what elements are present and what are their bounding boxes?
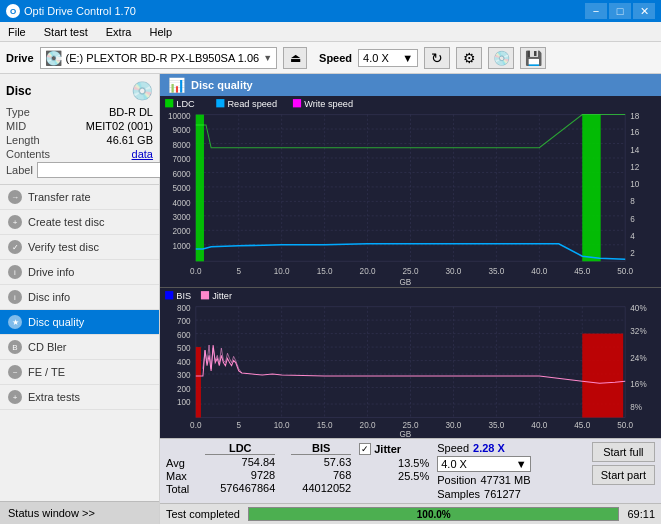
svg-text:0.0: 0.0 <box>190 267 202 276</box>
disc-quality-label: Disc quality <box>28 316 84 328</box>
disc-type-row: Type BD-R DL <box>6 106 153 118</box>
bis-avg: 57.63 <box>291 456 351 468</box>
svg-text:45.0: 45.0 <box>574 267 590 276</box>
position-value: 47731 MB <box>480 474 530 486</box>
stats-row-labels: Avg Max Total <box>166 442 189 495</box>
samples-label: Samples <box>437 488 480 500</box>
label-row: Label ⚑ <box>6 162 153 178</box>
transfer-rate-icon: → <box>8 190 22 204</box>
sidebar-item-disc-info[interactable]: i Disc info <box>0 285 159 310</box>
svg-text:8%: 8% <box>630 403 642 412</box>
create-test-disc-label: Create test disc <box>28 216 104 228</box>
speed-stat-value: 2.28 X <box>473 442 505 454</box>
svg-text:45.0: 45.0 <box>574 421 590 430</box>
config-button[interactable]: ⚙ <box>456 47 482 69</box>
type-label: Type <box>6 106 30 118</box>
progress-text: 100.0% <box>249 508 618 522</box>
status-window-button[interactable]: Status window >> <box>0 501 159 524</box>
svg-text:10: 10 <box>630 180 640 189</box>
charts-wrapper: LDC Read speed Write speed <box>160 96 661 438</box>
menu-help[interactable]: Help <box>145 25 176 39</box>
drive-selector[interactable]: 💽 (E:) PLEXTOR BD-R PX-LB950SA 1.06 ▼ <box>40 47 278 69</box>
svg-text:1000: 1000 <box>172 242 191 251</box>
nav-items: → Transfer rate + Create test disc ✓ Ver… <box>0 185 159 501</box>
ldc-avg: 754.84 <box>205 456 275 468</box>
start-full-button[interactable]: Start full <box>592 442 655 462</box>
svg-rect-5 <box>293 99 301 107</box>
time-display: 69:11 <box>627 508 655 520</box>
svg-text:7000: 7000 <box>172 155 191 164</box>
menu-start-test[interactable]: Start test <box>40 25 92 39</box>
svg-rect-113 <box>582 334 623 418</box>
start-part-button[interactable]: Start part <box>592 465 655 485</box>
svg-text:10.0: 10.0 <box>274 267 290 276</box>
sidebar-item-transfer-rate[interactable]: → Transfer rate <box>0 185 159 210</box>
svg-text:0.0: 0.0 <box>190 421 202 430</box>
contents-value[interactable]: data <box>132 148 153 160</box>
cd-bler-label: CD Bler <box>28 341 67 353</box>
disc-panel-title: Disc <box>6 84 31 98</box>
stats-table: Avg Max Total LDC 754.84 9728 576467864 … <box>166 442 351 495</box>
refresh-button[interactable]: ↻ <box>424 47 450 69</box>
sidebar-item-extra-tests[interactable]: + Extra tests <box>0 385 159 410</box>
svg-text:40%: 40% <box>630 304 647 313</box>
svg-text:500: 500 <box>177 344 191 353</box>
extra-tests-label: Extra tests <box>28 391 80 403</box>
disc-icon: 💿 <box>131 80 153 102</box>
content-area: 📊 Disc quality LDC Read speed Write <box>160 74 661 524</box>
sidebar-item-create-test-disc[interactable]: + Create test disc <box>0 210 159 235</box>
svg-text:Read speed: Read speed <box>227 99 277 109</box>
speed-selector[interactable]: 4.0 X ▼ <box>358 49 418 67</box>
sidebar-item-cd-bler[interactable]: B CD Bler <box>0 335 159 360</box>
svg-rect-60 <box>196 115 204 262</box>
disc-button[interactable]: 💿 <box>488 47 514 69</box>
svg-text:10000: 10000 <box>168 112 191 121</box>
save-button[interactable]: 💾 <box>520 47 546 69</box>
svg-text:30.0: 30.0 <box>445 421 461 430</box>
svg-text:2000: 2000 <box>172 227 191 236</box>
create-test-disc-icon: + <box>8 215 22 229</box>
svg-text:3000: 3000 <box>172 213 191 222</box>
jitter-checkbox[interactable]: ✓ <box>359 443 371 455</box>
chart-header: 📊 Disc quality <box>160 74 661 96</box>
disc-mid-row: MID MEIT02 (001) <box>6 120 153 132</box>
transfer-rate-label: Transfer rate <box>28 191 91 203</box>
fe-te-icon: ~ <box>8 365 22 379</box>
maximize-button[interactable]: □ <box>609 3 631 19</box>
svg-text:15.0: 15.0 <box>317 421 333 430</box>
minimize-button[interactable]: − <box>585 3 607 19</box>
svg-text:600: 600 <box>177 331 191 340</box>
label-input[interactable] <box>37 162 170 178</box>
speed-select[interactable]: 4.0 X ▼ <box>437 456 530 472</box>
close-button[interactable]: ✕ <box>633 3 655 19</box>
menu-extra[interactable]: Extra <box>102 25 136 39</box>
eject-button[interactable]: ⏏ <box>283 47 307 69</box>
jitter-checkbox-row: ✓ Jitter <box>359 442 429 456</box>
menu-file[interactable]: File <box>4 25 30 39</box>
sidebar-item-fe-te[interactable]: ~ FE / TE <box>0 360 159 385</box>
sidebar-item-disc-quality[interactable]: ★ Disc quality <box>0 310 159 335</box>
sidebar: Disc 💿 Type BD-R DL MID MEIT02 (001) Len… <box>0 74 160 524</box>
samples-value: 761277 <box>484 488 521 500</box>
svg-rect-112 <box>196 347 201 417</box>
svg-text:BIS: BIS <box>176 291 191 301</box>
svg-text:6000: 6000 <box>172 170 191 179</box>
svg-rect-65 <box>201 291 209 299</box>
sidebar-item-drive-info[interactable]: i Drive info <box>0 260 159 285</box>
disc-contents-row: Contents data <box>6 148 153 160</box>
stats-content: Avg Max Total LDC 754.84 9728 576467864 … <box>166 442 655 500</box>
jitter-section: ✓ Jitter 13.5% 25.5% <box>359 442 429 497</box>
verify-test-disc-label: Verify test disc <box>28 241 99 253</box>
svg-rect-3 <box>216 99 224 107</box>
bis-chart-svg: BIS Jitter <box>160 288 661 438</box>
bis-total: 44012052 <box>291 482 351 494</box>
titlebar-title: O Opti Drive Control 1.70 <box>6 4 136 18</box>
svg-text:25.0: 25.0 <box>403 421 419 430</box>
svg-text:50.0: 50.0 <box>617 421 633 430</box>
ldc-max: 9728 <box>205 469 275 481</box>
svg-text:5000: 5000 <box>172 184 191 193</box>
svg-text:9000: 9000 <box>172 126 191 135</box>
jitter-header: Jitter <box>374 443 401 455</box>
mid-label: MID <box>6 120 26 132</box>
sidebar-item-verify-test-disc[interactable]: ✓ Verify test disc <box>0 235 159 260</box>
